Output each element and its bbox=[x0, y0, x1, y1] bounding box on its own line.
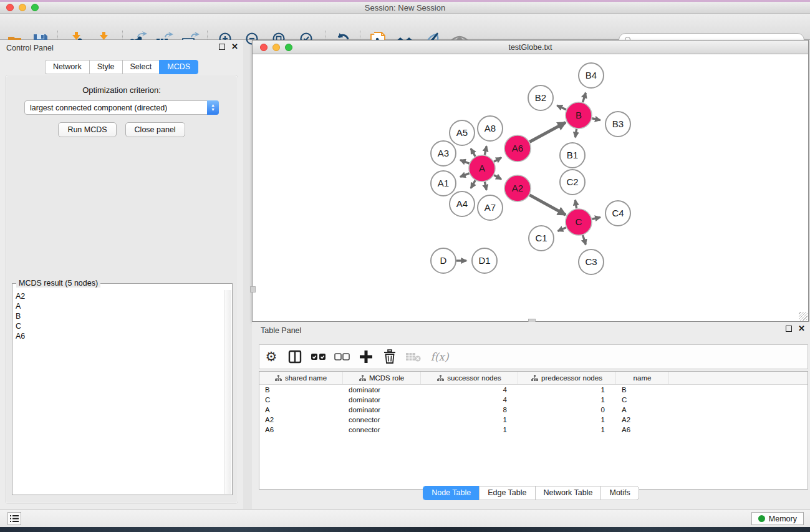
cell-successor-nodes[interactable]: 4 bbox=[421, 395, 518, 405]
cell-name[interactable]: A bbox=[616, 405, 669, 415]
net-maximize-icon[interactable] bbox=[285, 44, 292, 51]
node-B1[interactable]: B1 bbox=[560, 143, 585, 168]
column-header-successor-nodes[interactable]: successor nodes bbox=[421, 372, 518, 384]
function-builder-icon[interactable]: f(x) bbox=[425, 346, 454, 367]
net-close-icon[interactable] bbox=[260, 44, 268, 51]
edge-B-B2[interactable] bbox=[557, 105, 566, 110]
tab-mcds[interactable]: MCDS bbox=[159, 60, 198, 74]
cell-name[interactable]: B bbox=[616, 385, 669, 395]
cell-MCDS-role[interactable]: dominator bbox=[343, 385, 421, 395]
cell-successor-nodes[interactable]: 8 bbox=[421, 405, 518, 415]
edge-A2-C[interactable] bbox=[529, 195, 566, 215]
tab-select[interactable]: Select bbox=[122, 60, 160, 74]
cell-predecessor-nodes[interactable]: 0 bbox=[518, 405, 616, 415]
result-item[interactable]: A6 bbox=[16, 331, 222, 341]
node-C1[interactable]: C1 bbox=[529, 226, 554, 251]
cell-MCDS-role[interactable]: connector bbox=[343, 415, 421, 425]
cell-MCDS-role[interactable]: dominator bbox=[343, 405, 421, 415]
net-minimize-icon[interactable] bbox=[272, 44, 280, 51]
cell-name[interactable]: A6 bbox=[616, 425, 669, 435]
node-B4[interactable]: B4 bbox=[579, 63, 604, 88]
cell-predecessor-nodes[interactable]: 1 bbox=[518, 385, 616, 395]
cell-name[interactable]: C bbox=[616, 395, 669, 405]
cell-name[interactable]: A2 bbox=[616, 415, 669, 425]
table-row[interactable]: A2connector11A2 bbox=[259, 415, 808, 425]
cell-shared-name[interactable]: C bbox=[259, 395, 343, 405]
table-body[interactable]: Bdominator41BCdominator41CAdominator80AA… bbox=[259, 385, 808, 435]
float-table-panel-icon[interactable] bbox=[786, 326, 792, 332]
cell-shared-name[interactable]: A6 bbox=[259, 425, 343, 435]
node-B2[interactable]: B2 bbox=[528, 85, 553, 110]
resize-grip-icon[interactable] bbox=[799, 312, 808, 321]
node-B[interactable]: B bbox=[566, 102, 592, 128]
float-panel-icon[interactable] bbox=[219, 44, 225, 50]
node-C[interactable]: C bbox=[566, 209, 592, 235]
table-header-row[interactable]: shared nameMCDS rolesuccessor nodesprede… bbox=[259, 372, 808, 385]
edge-A-A6[interactable] bbox=[494, 158, 501, 162]
node-A5[interactable]: A5 bbox=[450, 120, 475, 145]
memory-button[interactable]: Memory bbox=[751, 512, 804, 525]
result-item[interactable]: B bbox=[16, 311, 222, 321]
network-canvas[interactable]: B4B2BB3A8A5A6A3B1AC2A1A2A4A7C4CC1DD1C3 bbox=[253, 55, 808, 321]
edge-A-A4[interactable] bbox=[471, 180, 475, 188]
tab-node-table[interactable]: Node Table bbox=[423, 486, 479, 500]
node-B3[interactable]: B3 bbox=[605, 112, 630, 137]
network-window-titlebar[interactable]: testGlobe.txt bbox=[253, 41, 808, 54]
gear-icon[interactable]: ⚙ bbox=[259, 346, 283, 367]
node-A8[interactable]: A8 bbox=[478, 116, 503, 141]
network-vertical-scrollbar[interactable] bbox=[250, 286, 256, 293]
node-A4[interactable]: A4 bbox=[450, 191, 475, 216]
table-row[interactable]: A6connector11A6 bbox=[259, 425, 808, 435]
window-controls[interactable] bbox=[6, 4, 39, 11]
edge-B-B3[interactable] bbox=[592, 118, 600, 120]
tab-network[interactable]: Network bbox=[45, 60, 89, 74]
node-A3[interactable]: A3 bbox=[431, 141, 456, 166]
close-panel-button[interactable]: Close panel bbox=[125, 122, 185, 137]
cell-predecessor-nodes[interactable]: 1 bbox=[518, 415, 616, 425]
network-graph[interactable]: B4B2BB3A8A5A6A3B1AC2A1A2A4A7C4CC1DD1C3 bbox=[253, 55, 808, 321]
minimize-window-icon[interactable] bbox=[19, 4, 26, 11]
maximize-window-icon[interactable] bbox=[31, 4, 39, 11]
node-A6[interactable]: A6 bbox=[504, 135, 531, 162]
node-D[interactable]: D bbox=[431, 248, 456, 273]
cell-predecessor-nodes[interactable]: 1 bbox=[518, 425, 616, 435]
run-mcds-button[interactable]: Run MCDS bbox=[58, 122, 116, 137]
edge-B-B4[interactable] bbox=[583, 93, 586, 102]
cell-MCDS-role[interactable]: dominator bbox=[343, 395, 421, 405]
edge-A6-B[interactable] bbox=[529, 122, 566, 142]
node-A7[interactable]: A7 bbox=[478, 195, 503, 220]
column-header-name[interactable]: name bbox=[616, 372, 669, 384]
edge-A-A1[interactable] bbox=[460, 173, 469, 177]
table-row[interactable]: Adominator80A bbox=[259, 405, 808, 415]
edge-C-C3[interactable] bbox=[583, 235, 586, 244]
criterion-dropdown[interactable]: largest connected component (directed) ▲… bbox=[24, 100, 219, 115]
table-row[interactable]: Cdominator41C bbox=[259, 395, 808, 405]
column-header-MCDS-role[interactable]: MCDS role bbox=[343, 372, 421, 384]
edge-C-C1[interactable] bbox=[558, 228, 566, 231]
column-header-shared-name[interactable]: shared name bbox=[259, 372, 343, 384]
cell-MCDS-role[interactable]: connector bbox=[343, 425, 421, 435]
result-scrollbar[interactable] bbox=[224, 290, 231, 494]
edge-A-A8[interactable] bbox=[485, 146, 486, 155]
cell-shared-name[interactable]: B bbox=[259, 385, 343, 395]
node-A[interactable]: A bbox=[469, 155, 495, 181]
mcds-result-list[interactable]: A2ABCA6 bbox=[13, 290, 224, 494]
close-panel-icon[interactable]: ✕ bbox=[231, 44, 238, 50]
tab-motifs[interactable]: Motifs bbox=[600, 486, 639, 500]
node-C2[interactable]: C2 bbox=[560, 170, 585, 195]
column-header-predecessor-nodes[interactable]: predecessor nodes bbox=[518, 372, 616, 384]
add-column-icon[interactable] bbox=[354, 346, 378, 367]
close-table-panel-icon[interactable]: ✕ bbox=[798, 326, 805, 332]
delete-icon[interactable] bbox=[378, 346, 402, 367]
node-table[interactable]: shared nameMCDS rolesuccessor nodesprede… bbox=[259, 371, 808, 490]
select-all-icon[interactable] bbox=[307, 346, 330, 367]
node-C3[interactable]: C3 bbox=[579, 249, 604, 274]
result-item[interactable]: A bbox=[16, 301, 222, 311]
node-A2[interactable]: A2 bbox=[504, 175, 531, 201]
node-D1[interactable]: D1 bbox=[472, 248, 497, 273]
cell-shared-name[interactable]: A2 bbox=[259, 415, 343, 425]
cell-predecessor-nodes[interactable]: 1 bbox=[518, 395, 616, 405]
edge-A-A7[interactable] bbox=[485, 182, 486, 190]
split-columns-icon[interactable] bbox=[283, 346, 307, 367]
cell-successor-nodes[interactable]: 1 bbox=[421, 415, 518, 425]
